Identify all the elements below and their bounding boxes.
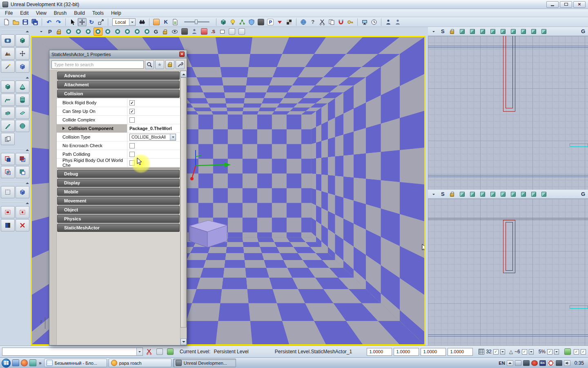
show-bsp-icon[interactable]	[488, 190, 497, 198]
category-mobile[interactable]: Mobile	[57, 188, 180, 196]
marquee-select-button[interactable]	[1, 186, 15, 198]
camera-slow-checkbox[interactable]	[581, 349, 586, 355]
build-all-icon[interactable]	[256, 18, 265, 26]
lock-viewport-icon[interactable]	[160, 27, 169, 36]
autosave-icon[interactable]	[563, 348, 572, 356]
build-geometry-icon[interactable]	[219, 18, 228, 26]
menu-help[interactable]: Help	[108, 9, 125, 17]
mesh-paint-mode-button[interactable]	[1, 61, 15, 73]
start-button[interactable]	[2, 359, 11, 368]
save-icon[interactable]	[21, 18, 30, 26]
ortho-bottom-view[interactable]	[428, 199, 588, 346]
menu-edit[interactable]: Edit	[17, 9, 32, 17]
menu-build[interactable]: Build	[71, 9, 88, 17]
no-encroach-check-checkbox[interactable]	[129, 143, 135, 148]
camera-lock-icon[interactable]	[448, 27, 457, 36]
category-physics[interactable]: Physics	[57, 215, 180, 223]
category-display[interactable]: Display	[57, 179, 180, 187]
vertex-weld-button[interactable]	[16, 219, 29, 231]
scale-z-field[interactable]: 1.0000	[421, 348, 446, 356]
content-browser-icon[interactable]	[152, 18, 161, 26]
drag-grid-dropdown-icon[interactable]	[500, 349, 505, 355]
menu-file[interactable]: File	[2, 9, 16, 17]
maximize-button[interactable]	[560, 1, 572, 8]
favorites-icon[interactable]	[155, 60, 164, 69]
build-paths-icon[interactable]	[238, 18, 247, 26]
brush-clip-button[interactable]	[1, 219, 15, 231]
cut-icon[interactable]	[318, 18, 327, 26]
viewmode-brush-wireframe-icon[interactable]	[64, 27, 73, 36]
scale-tool-icon[interactable]	[96, 18, 105, 26]
player-start-icon[interactable]	[190, 27, 199, 36]
taskbar-task-udk[interactable]: Unreal Developmen...	[173, 359, 236, 367]
actor-search-combo[interactable]	[2, 348, 143, 356]
copy-icon[interactable]	[327, 18, 336, 26]
screenshot-icon[interactable]	[227, 27, 236, 36]
property-row-collision-component[interactable]: Collision Component Package_0.TheWorl	[57, 124, 180, 133]
build-lighting-icon[interactable]	[228, 18, 237, 26]
properties-close-button[interactable]	[179, 52, 185, 57]
redo-icon[interactable]: ↷	[54, 18, 63, 26]
show-bsp-icon[interactable]	[488, 27, 497, 36]
save-all-icon[interactable]	[30, 18, 39, 26]
category-collision[interactable]: Collision	[57, 90, 180, 98]
viewmode-lighting-only-icon[interactable]	[113, 27, 122, 36]
viewmode-wireframe-icon[interactable]	[74, 27, 83, 36]
show-volumes-icon[interactable]	[499, 27, 508, 36]
drag-grid-checkbox[interactable]	[493, 349, 499, 355]
matinee-icon[interactable]	[171, 18, 180, 26]
taskbar-task-notepad[interactable]: Безымянный - Бло...	[44, 359, 107, 367]
add-volume-button[interactable]	[16, 186, 29, 198]
keyboard-layout-icon[interactable]	[515, 360, 521, 366]
category-object[interactable]: Object	[57, 206, 180, 214]
show-flags-eye-icon[interactable]	[170, 27, 179, 36]
builder-spiral-stair-button[interactable]	[1, 133, 15, 145]
show-paths-icon[interactable]	[539, 27, 548, 36]
path-colliding-checkbox[interactable]	[129, 152, 135, 157]
select-tool-icon[interactable]	[68, 18, 77, 26]
texture-align-mode-button[interactable]	[16, 47, 29, 60]
rotate-tool-icon[interactable]: ↻	[87, 18, 96, 26]
rotation-grid-checkbox[interactable]	[522, 349, 527, 355]
builder-cylinder-button[interactable]	[16, 94, 29, 106]
menu-tools[interactable]: Tools	[89, 9, 107, 17]
possess-pawn-icon[interactable]	[384, 18, 393, 26]
csg-deintersect-button[interactable]	[16, 166, 29, 178]
kismet-icon[interactable]: K	[161, 18, 170, 26]
can-step-up-on-checkbox[interactable]: ✓	[129, 109, 135, 114]
terrain-mode-button[interactable]	[1, 47, 15, 60]
scale-grid-checkbox[interactable]	[547, 349, 552, 355]
build-cover-icon[interactable]	[247, 18, 256, 26]
camera-lock-icon[interactable]	[54, 27, 63, 36]
viewmode-shader-complexity-icon[interactable]	[133, 27, 142, 36]
property-options-icon[interactable]	[176, 60, 185, 69]
show-fog-icon[interactable]	[509, 27, 518, 36]
camera-mode-button[interactable]	[1, 34, 15, 47]
viewport-options-icon[interactable]	[429, 190, 438, 198]
category-staticmeshactor[interactable]: StaticMeshActor	[57, 224, 180, 232]
builder-cone-button[interactable]	[16, 81, 29, 93]
viewmode-unlit-icon[interactable]	[84, 27, 93, 36]
show-paths-icon[interactable]	[539, 190, 548, 198]
punto-tray-icon[interactable]: En	[539, 360, 546, 366]
minimize-button[interactable]	[546, 1, 559, 8]
scroll-thumb[interactable]	[180, 77, 187, 328]
palette-section-special[interactable]	[1, 200, 30, 205]
show-decals-icon[interactable]	[519, 27, 528, 36]
open-file-icon[interactable]	[11, 18, 20, 26]
category-attachment[interactable]: Attachment	[57, 81, 180, 89]
perspective-label[interactable]: P	[47, 29, 53, 35]
lock-actors-icon[interactable]	[346, 18, 355, 26]
csg-add-button[interactable]	[1, 153, 15, 165]
geometry-mode-button[interactable]	[16, 34, 29, 47]
eject-pawn-icon[interactable]	[393, 18, 402, 26]
category-advanced[interactable]: Advanced	[57, 72, 180, 80]
scale-x-field[interactable]: 1.0000	[367, 348, 392, 356]
socket-snapping-icon[interactable]	[336, 18, 345, 26]
opera-tray-icon[interactable]	[548, 360, 554, 366]
scale-y-field[interactable]: 1.0000	[394, 348, 419, 356]
camera-speed-slider[interactable]	[184, 21, 209, 22]
game-view-label[interactable]: G	[152, 29, 160, 35]
scroll-up-icon[interactable]	[180, 71, 187, 77]
game-view-label[interactable]: G	[579, 28, 587, 34]
